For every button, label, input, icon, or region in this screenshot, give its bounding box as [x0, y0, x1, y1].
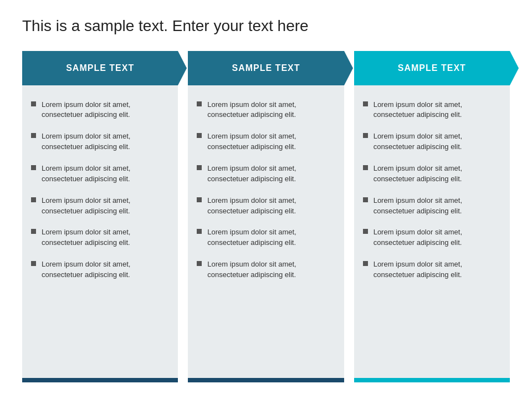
- bullet-icon: [31, 261, 36, 266]
- bullet-text: Lorem ipsum dolor sit amet, consectetuer…: [207, 227, 335, 248]
- list-item: Lorem ipsum dolor sit amet, consectetuer…: [31, 190, 169, 222]
- bullet-text: Lorem ipsum dolor sit amet, consectetuer…: [42, 259, 169, 280]
- list-item: Lorem ipsum dolor sit amet, consectetuer…: [31, 222, 169, 254]
- bullet-icon: [197, 261, 202, 266]
- bullet-text: Lorem ipsum dolor sit amet, consectetuer…: [374, 131, 501, 152]
- list-item: Lorem ipsum dolor sit amet, consectetuer…: [197, 94, 335, 126]
- bullet-text: Lorem ipsum dolor sit amet, consectetuer…: [42, 163, 169, 185]
- column-1: SAMPLE TEXT Lorem ipsum dolor sit amet, …: [22, 51, 178, 382]
- list-item: Lorem ipsum dolor sit amet, consectetuer…: [363, 94, 501, 126]
- column-2-header-text: SAMPLE TEXT: [232, 63, 300, 73]
- list-item: Lorem ipsum dolor sit amet, consectetuer…: [31, 126, 169, 158]
- main-title: This is a sample text. Enter your text h…: [22, 17, 510, 35]
- column-3-header-text: SAMPLE TEXT: [398, 63, 466, 73]
- bullet-icon: [197, 133, 202, 138]
- list-item: Lorem ipsum dolor sit amet, consectetuer…: [363, 158, 501, 190]
- page: This is a sample text. Enter your text h…: [0, 0, 532, 399]
- bullet-icon: [363, 101, 368, 106]
- bullet-text: Lorem ipsum dolor sit amet, consectetuer…: [207, 259, 335, 280]
- list-item: Lorem ipsum dolor sit amet, consectetuer…: [197, 222, 335, 254]
- bullet-text: Lorem ipsum dolor sit amet, consectetuer…: [374, 227, 501, 248]
- bullet-icon: [363, 165, 368, 170]
- column-3: SAMPLE TEXT Lorem ipsum dolor sit amet, …: [354, 51, 510, 382]
- bullet-icon: [31, 229, 36, 234]
- list-item: Lorem ipsum dolor sit amet, consectetuer…: [197, 254, 335, 286]
- list-item: Lorem ipsum dolor sit amet, consectetuer…: [31, 158, 169, 190]
- bullet-text: Lorem ipsum dolor sit amet, consectetuer…: [207, 163, 335, 185]
- bullet-icon: [197, 165, 202, 170]
- list-item: Lorem ipsum dolor sit amet, consectetuer…: [363, 222, 501, 254]
- column-3-header: SAMPLE TEXT: [354, 51, 510, 85]
- column-2-body: Lorem ipsum dolor sit amet, consectetuer…: [188, 85, 344, 378]
- bullet-text: Lorem ipsum dolor sit amet, consectetuer…: [374, 259, 501, 280]
- bullet-text: Lorem ipsum dolor sit amet, consectetuer…: [42, 196, 169, 217]
- list-item: Lorem ipsum dolor sit amet, consectetuer…: [31, 94, 169, 126]
- column-1-header-text: SAMPLE TEXT: [66, 63, 134, 73]
- list-item: Lorem ipsum dolor sit amet, consectetuer…: [197, 126, 335, 158]
- bullet-icon: [363, 133, 368, 138]
- bullet-icon: [31, 133, 36, 138]
- list-item: Lorem ipsum dolor sit amet, consectetuer…: [363, 254, 501, 286]
- bullet-text: Lorem ipsum dolor sit amet, consectetuer…: [374, 100, 501, 121]
- column-1-footer: [22, 378, 178, 382]
- bullet-text: Lorem ipsum dolor sit amet, consectetuer…: [207, 131, 335, 152]
- list-item: Lorem ipsum dolor sit amet, consectetuer…: [197, 190, 335, 222]
- list-item: Lorem ipsum dolor sit amet, consectetuer…: [197, 158, 335, 190]
- bullet-text: Lorem ipsum dolor sit amet, consectetuer…: [207, 196, 335, 217]
- bullet-icon: [363, 229, 368, 234]
- bullet-icon: [197, 229, 202, 234]
- bullet-text: Lorem ipsum dolor sit amet, consectetuer…: [42, 131, 169, 152]
- column-2-footer: [188, 378, 344, 382]
- bullet-icon: [31, 165, 36, 170]
- bullet-text: Lorem ipsum dolor sit amet, consectetuer…: [207, 100, 335, 121]
- bullet-icon: [31, 197, 36, 202]
- column-3-footer: [354, 378, 510, 382]
- column-3-body: Lorem ipsum dolor sit amet, consectetuer…: [354, 85, 510, 378]
- bullet-icon: [363, 197, 368, 202]
- bullet-text: Lorem ipsum dolor sit amet, consectetuer…: [42, 100, 169, 121]
- bullet-icon: [197, 197, 202, 202]
- columns-container: SAMPLE TEXT Lorem ipsum dolor sit amet, …: [22, 51, 510, 382]
- bullet-text: Lorem ipsum dolor sit amet, consectetuer…: [374, 163, 501, 185]
- bullet-icon: [363, 261, 368, 266]
- bullet-icon: [197, 101, 202, 106]
- column-1-body: Lorem ipsum dolor sit amet, consectetuer…: [22, 85, 178, 378]
- list-item: Lorem ipsum dolor sit amet, consectetuer…: [31, 254, 169, 286]
- bullet-icon: [31, 101, 36, 106]
- column-1-header: SAMPLE TEXT: [22, 51, 178, 85]
- list-item: Lorem ipsum dolor sit amet, consectetuer…: [363, 126, 501, 158]
- list-item: Lorem ipsum dolor sit amet, consectetuer…: [363, 190, 501, 222]
- column-2-header: SAMPLE TEXT: [188, 51, 344, 85]
- bullet-text: Lorem ipsum dolor sit amet, consectetuer…: [374, 196, 501, 217]
- bullet-text: Lorem ipsum dolor sit amet, consectetuer…: [42, 227, 169, 248]
- column-2: SAMPLE TEXT Lorem ipsum dolor sit amet, …: [188, 51, 344, 382]
